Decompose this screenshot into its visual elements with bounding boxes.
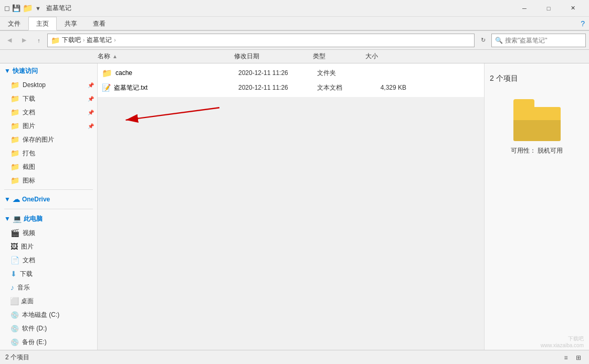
breadcrumb-item-1[interactable]: 下载吧 [62,36,81,45]
statusbar-count: 2 个项目 [5,353,29,362]
ribbon: 文件 主页 共享 查看 ? [0,17,589,31]
folder-icon-download: 📁 [10,94,19,103]
maximize-button[interactable]: □ [537,0,561,17]
sidebar-item-pack[interactable]: 📁 打包 [0,146,97,160]
file-row-cache[interactable]: 📁 cache 2020-12-11 11:26 文件夹 [98,66,484,80]
search-box[interactable]: 🔍 [491,34,586,47]
breadcrumb[interactable]: 📁 下载吧 › 盗墓笔记 › [47,34,475,47]
sidebar-label-desktop2: 桌面 [21,297,34,306]
search-icon: 🔍 [495,37,503,44]
sidebar-label-download: 下载 [23,94,35,103]
details-count: 2 个项目 [490,74,518,83]
breadcrumb-folder-icon: 📁 [51,36,60,45]
folder-body [513,107,561,141]
sidebar-label-screenshot: 截图 [23,163,35,172]
file-content-area: 📁 cache 2020-12-11 11:26 文件夹 📝 盗墓笔记.txt … [98,63,484,350]
col-header-date[interactable]: 修改日期 [234,52,313,61]
pc-download-icon: ⬇ [10,270,17,278]
file-size-txt: 4,329 KB [370,84,412,91]
statusbar: 2 个项目 ≡ ⊞ [0,350,589,364]
addressbar: ◀ ▶ ↑ 📁 下载吧 › 盗墓笔记 › ↻ 🔍 [0,31,589,50]
sidebar-item-screenshot[interactable]: 📁 截图 [0,160,97,174]
titlebar-icon1[interactable]: ◻ [4,4,10,12]
col-header-name[interactable]: 名称 ▲ [98,52,234,61]
disk-c-icon: 💿 [10,311,19,319]
sidebar-quick-access-header[interactable]: ▼ 快速访问 [0,63,97,78]
file-date-txt: 2020-12-11 11:26 [238,84,317,91]
details-folder-illustration [513,99,561,141]
titlebar-icon4[interactable]: ▼ [35,5,41,12]
tab-view[interactable]: 查看 [85,17,113,30]
music-icon: ♪ [10,283,14,292]
sidebar-label-video: 视频 [23,229,35,238]
forward-button[interactable]: ▶ [18,34,30,47]
titlebar-left: ◻ 💾 📁 ▼ 盗墓笔记 [4,3,71,13]
ribbon-tabs: 文件 主页 共享 查看 ? [0,17,589,30]
pc-docs-icon: 📄 [10,256,19,264]
file-date-cache: 2020-12-11 11:26 [238,69,317,77]
file-type-cache: 文件夹 [317,69,370,78]
sidebar-label-disk-d: 软件 (D:) [22,324,47,333]
tab-home[interactable]: 主页 [28,17,57,30]
pc-label: 此电脑 [24,215,43,223]
view-large-icons-button[interactable]: ⊞ [573,352,584,363]
sidebar-item-pc-pictures[interactable]: 🖼 图片 [0,240,97,253]
sidebar-label-pack: 打包 [23,149,35,158]
sidebar-item-video[interactable]: 🎬 视频 [0,226,97,240]
tab-file[interactable]: 文件 [0,17,28,30]
sidebar-item-pictures[interactable]: 📁 图片 📌 [0,119,97,133]
breadcrumb-item-2[interactable]: 盗墓笔记 [87,36,112,45]
red-arrow-annotation [98,63,484,350]
sidebar-item-pc-docs[interactable]: 📄 文档 [0,253,97,267]
availability-label: 可用性： [511,147,536,154]
main-layout: ▼ 快速访问 📁 Desktop 📌 📁 下载 📌 📁 文档 📌 📁 图片 [0,63,589,350]
txt-file-icon: 📝 [102,83,111,92]
video-icon: 🎬 [10,229,19,237]
sidebar-item-documents[interactable]: 📁 文档 📌 [0,105,97,119]
sidebar-item-desktop[interactable]: 📁 Desktop 📌 [0,78,97,92]
col-header-type[interactable]: 类型 [313,52,365,61]
sidebar-pc-header[interactable]: ▼ 💻 此电脑 [0,211,97,226]
details-pane: 2 个项目 可用性： 脱机可用 [484,63,589,350]
refresh-button[interactable]: ↻ [477,34,489,47]
up-button[interactable]: ↑ [33,34,45,47]
file-name-txt: 📝 盗墓笔记.txt [102,83,238,92]
sidebar-onedrive-header[interactable]: ▼ ☁ OneDrive [0,192,97,207]
sidebar-item-pc-downloads[interactable]: ⬇ 下载 [0,267,97,281]
sidebar-item-music[interactable]: ♪ 音乐 [0,281,97,294]
sidebar-divider-1 [4,189,93,190]
minimize-button[interactable]: ─ [512,0,537,17]
titlebar-icon2[interactable]: 💾 [12,4,20,12]
search-input[interactable] [505,37,584,44]
onedrive-chevron: ▼ [4,196,10,203]
sidebar-item-desktop2[interactable]: ⬜ 桌面 [0,294,97,308]
sidebar-pin-pictures: 📌 [88,123,94,129]
onedrive-label: OneDrive [22,196,50,203]
titlebar-icon3[interactable]: 📁 [23,3,33,13]
sidebar-label-pictures: 图片 [23,122,35,131]
statusbar-right: ≡ ⊞ [561,352,584,363]
quick-access-label: 快速访问 [13,67,38,76]
sidebar-item-disk-c[interactable]: 💿 本地磁盘 (C:) [0,308,97,322]
breadcrumb-sep-1: › [83,37,85,43]
close-button[interactable]: ✕ [561,0,585,17]
sidebar-item-icons[interactable]: 📁 图标 [0,174,97,187]
sidebar-label-pc-docs: 文档 [23,256,35,265]
sidebar-item-download[interactable]: 📁 下载 📌 [0,92,97,105]
file-list: 📁 cache 2020-12-11 11:26 文件夹 📝 盗墓笔记.txt … [98,63,484,97]
col-header-size[interactable]: 大小 [365,52,407,61]
back-button[interactable]: ◀ [3,34,16,47]
sidebar-item-disk-d[interactable]: 💿 软件 (D:) [0,322,97,335]
pc-pictures-icon: 🖼 [10,242,18,251]
folder-icon-saved: 📁 [10,135,19,144]
view-details-button[interactable]: ≡ [561,352,571,363]
titlebar-title: 盗墓笔记 [46,4,71,13]
tab-share[interactable]: 共享 [57,17,85,30]
ribbon-help-icon[interactable]: ? [581,19,585,28]
sidebar-label-icons: 图标 [23,176,35,185]
sidebar-item-disk-e[interactable]: 💿 备份 (E:) [0,335,97,349]
sidebar-item-saved-pics[interactable]: 📁 保存的图片 [0,133,97,146]
pc-icon: 💻 [13,215,22,223]
file-row-txt[interactable]: 📝 盗墓笔记.txt 2020-12-11 11:26 文本文档 4,329 K… [98,80,484,95]
onedrive-icon: ☁ [13,195,20,204]
